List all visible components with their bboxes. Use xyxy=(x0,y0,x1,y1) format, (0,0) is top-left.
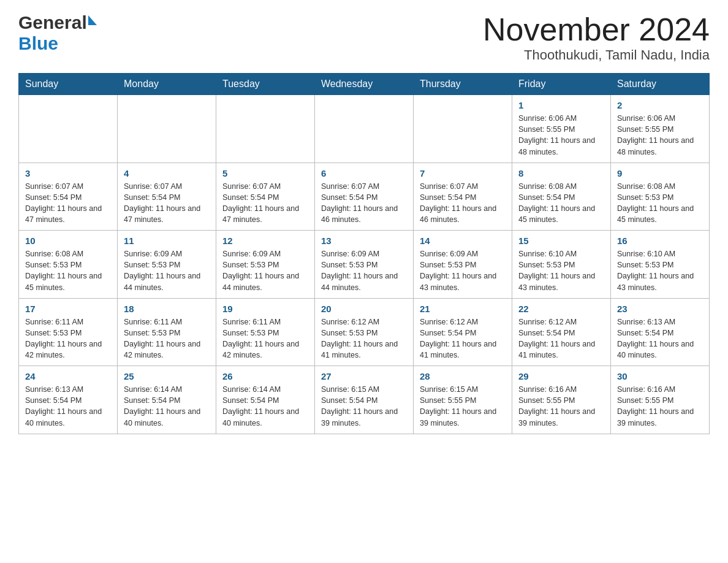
calendar-table: SundayMondayTuesdayWednesdayThursdayFrid… xyxy=(18,73,710,434)
cell-info: Sunrise: 6:13 AM Sunset: 5:54 PM Dayligh… xyxy=(25,384,111,429)
day-number: 3 xyxy=(25,168,111,178)
cell-info: Sunrise: 6:16 AM Sunset: 5:55 PM Dayligh… xyxy=(518,384,604,429)
cell-info: Sunrise: 6:11 AM Sunset: 5:53 PM Dayligh… xyxy=(124,316,210,361)
calendar-cell: 19Sunrise: 6:11 AM Sunset: 5:53 PM Dayli… xyxy=(216,298,315,366)
day-number: 5 xyxy=(222,168,308,178)
calendar-cell: 2Sunrise: 6:06 AM Sunset: 5:55 PM Daylig… xyxy=(611,95,710,163)
day-number: 25 xyxy=(124,371,210,381)
day-number: 27 xyxy=(321,371,407,381)
weekday-header-tuesday: Tuesday xyxy=(216,74,315,95)
logo-general-text: General xyxy=(18,12,87,33)
week-row-3: 10Sunrise: 6:08 AM Sunset: 5:53 PM Dayli… xyxy=(19,231,710,299)
day-number: 16 xyxy=(617,236,703,246)
cell-info: Sunrise: 6:12 AM Sunset: 5:53 PM Dayligh… xyxy=(321,316,407,361)
cell-info: Sunrise: 6:08 AM Sunset: 5:53 PM Dayligh… xyxy=(617,181,703,226)
calendar-cell: 20Sunrise: 6:12 AM Sunset: 5:53 PM Dayli… xyxy=(315,298,414,366)
calendar-cell xyxy=(315,95,414,163)
cell-info: Sunrise: 6:07 AM Sunset: 5:54 PM Dayligh… xyxy=(321,181,407,226)
title-area: November 2024 Thoothukudi, Tamil Nadu, I… xyxy=(483,12,710,63)
cell-info: Sunrise: 6:11 AM Sunset: 5:53 PM Dayligh… xyxy=(25,316,111,361)
calendar-cell xyxy=(216,95,315,163)
cell-info: Sunrise: 6:12 AM Sunset: 5:54 PM Dayligh… xyxy=(518,316,604,361)
day-number: 28 xyxy=(420,371,506,381)
calendar-cell: 6Sunrise: 6:07 AM Sunset: 5:54 PM Daylig… xyxy=(315,163,414,231)
cell-info: Sunrise: 6:09 AM Sunset: 5:53 PM Dayligh… xyxy=(222,248,308,293)
day-number: 24 xyxy=(25,371,111,381)
week-row-2: 3Sunrise: 6:07 AM Sunset: 5:54 PM Daylig… xyxy=(19,163,710,231)
calendar-cell: 22Sunrise: 6:12 AM Sunset: 5:54 PM Dayli… xyxy=(512,298,611,366)
calendar-cell xyxy=(118,95,216,163)
day-number: 20 xyxy=(321,304,407,314)
day-number: 14 xyxy=(420,236,506,246)
cell-info: Sunrise: 6:13 AM Sunset: 5:54 PM Dayligh… xyxy=(617,316,703,361)
header: General Blue November 2024 Thoothukudi, … xyxy=(18,12,710,63)
calendar-cell: 1Sunrise: 6:06 AM Sunset: 5:55 PM Daylig… xyxy=(512,95,611,163)
weekday-header-wednesday: Wednesday xyxy=(315,74,414,95)
cell-info: Sunrise: 6:15 AM Sunset: 5:55 PM Dayligh… xyxy=(420,384,506,429)
calendar-cell: 9Sunrise: 6:08 AM Sunset: 5:53 PM Daylig… xyxy=(611,163,710,231)
day-number: 21 xyxy=(420,304,506,314)
cell-info: Sunrise: 6:08 AM Sunset: 5:54 PM Dayligh… xyxy=(518,181,604,226)
cell-info: Sunrise: 6:15 AM Sunset: 5:54 PM Dayligh… xyxy=(321,384,407,429)
calendar-cell: 15Sunrise: 6:10 AM Sunset: 5:53 PM Dayli… xyxy=(512,231,611,299)
cell-info: Sunrise: 6:07 AM Sunset: 5:54 PM Dayligh… xyxy=(222,181,308,226)
calendar-cell: 8Sunrise: 6:08 AM Sunset: 5:54 PM Daylig… xyxy=(512,163,611,231)
calendar-cell: 17Sunrise: 6:11 AM Sunset: 5:53 PM Dayli… xyxy=(19,298,118,366)
day-number: 1 xyxy=(518,100,604,110)
day-number: 6 xyxy=(321,168,407,178)
day-number: 19 xyxy=(222,304,308,314)
week-row-5: 24Sunrise: 6:13 AM Sunset: 5:54 PM Dayli… xyxy=(19,366,710,434)
calendar-cell: 23Sunrise: 6:13 AM Sunset: 5:54 PM Dayli… xyxy=(611,298,710,366)
calendar-cell: 28Sunrise: 6:15 AM Sunset: 5:55 PM Dayli… xyxy=(414,366,512,434)
day-number: 4 xyxy=(124,168,210,178)
calendar-cell: 14Sunrise: 6:09 AM Sunset: 5:53 PM Dayli… xyxy=(414,231,512,299)
calendar-cell: 26Sunrise: 6:14 AM Sunset: 5:54 PM Dayli… xyxy=(216,366,315,434)
day-number: 2 xyxy=(617,100,703,110)
weekday-header-thursday: Thursday xyxy=(414,74,512,95)
cell-info: Sunrise: 6:10 AM Sunset: 5:53 PM Dayligh… xyxy=(617,248,703,293)
calendar-cell xyxy=(19,95,118,163)
calendar-cell: 29Sunrise: 6:16 AM Sunset: 5:55 PM Dayli… xyxy=(512,366,611,434)
cell-info: Sunrise: 6:16 AM Sunset: 5:55 PM Dayligh… xyxy=(617,384,703,429)
weekday-header-monday: Monday xyxy=(118,74,216,95)
week-row-1: 1Sunrise: 6:06 AM Sunset: 5:55 PM Daylig… xyxy=(19,95,710,163)
day-number: 7 xyxy=(420,168,506,178)
weekday-header-row: SundayMondayTuesdayWednesdayThursdayFrid… xyxy=(19,74,710,95)
calendar-cell: 7Sunrise: 6:07 AM Sunset: 5:54 PM Daylig… xyxy=(414,163,512,231)
weekday-header-friday: Friday xyxy=(512,74,611,95)
calendar-cell: 16Sunrise: 6:10 AM Sunset: 5:53 PM Dayli… xyxy=(611,231,710,299)
day-number: 11 xyxy=(124,236,210,246)
day-number: 9 xyxy=(617,168,703,178)
logo-arrow-icon xyxy=(88,15,97,25)
calendar-cell: 18Sunrise: 6:11 AM Sunset: 5:53 PM Dayli… xyxy=(118,298,216,366)
logo-area: General Blue xyxy=(18,12,97,54)
day-number: 13 xyxy=(321,236,407,246)
calendar-cell: 10Sunrise: 6:08 AM Sunset: 5:53 PM Dayli… xyxy=(19,231,118,299)
calendar-cell: 30Sunrise: 6:16 AM Sunset: 5:55 PM Dayli… xyxy=(611,366,710,434)
cell-info: Sunrise: 6:09 AM Sunset: 5:53 PM Dayligh… xyxy=(420,248,506,293)
day-number: 17 xyxy=(25,304,111,314)
calendar-cell: 3Sunrise: 6:07 AM Sunset: 5:54 PM Daylig… xyxy=(19,163,118,231)
cell-info: Sunrise: 6:06 AM Sunset: 5:55 PM Dayligh… xyxy=(518,113,604,158)
calendar-cell: 13Sunrise: 6:09 AM Sunset: 5:53 PM Dayli… xyxy=(315,231,414,299)
logo-blue-text: Blue xyxy=(18,33,58,53)
cell-info: Sunrise: 6:12 AM Sunset: 5:54 PM Dayligh… xyxy=(420,316,506,361)
day-number: 29 xyxy=(518,371,604,381)
month-title: November 2024 xyxy=(483,12,710,47)
weekday-header-saturday: Saturday xyxy=(611,74,710,95)
day-number: 23 xyxy=(617,304,703,314)
day-number: 18 xyxy=(124,304,210,314)
day-number: 8 xyxy=(518,168,604,178)
cell-info: Sunrise: 6:09 AM Sunset: 5:53 PM Dayligh… xyxy=(124,248,210,293)
location-title: Thoothukudi, Tamil Nadu, India xyxy=(483,47,710,63)
week-row-4: 17Sunrise: 6:11 AM Sunset: 5:53 PM Dayli… xyxy=(19,298,710,366)
calendar-cell: 21Sunrise: 6:12 AM Sunset: 5:54 PM Dayli… xyxy=(414,298,512,366)
cell-info: Sunrise: 6:11 AM Sunset: 5:53 PM Dayligh… xyxy=(222,316,308,361)
calendar-cell: 25Sunrise: 6:14 AM Sunset: 5:54 PM Dayli… xyxy=(118,366,216,434)
weekday-header-sunday: Sunday xyxy=(19,74,118,95)
calendar-cell: 12Sunrise: 6:09 AM Sunset: 5:53 PM Dayli… xyxy=(216,231,315,299)
day-number: 15 xyxy=(518,236,604,246)
cell-info: Sunrise: 6:06 AM Sunset: 5:55 PM Dayligh… xyxy=(617,113,703,158)
cell-info: Sunrise: 6:09 AM Sunset: 5:53 PM Dayligh… xyxy=(321,248,407,293)
cell-info: Sunrise: 6:10 AM Sunset: 5:53 PM Dayligh… xyxy=(518,248,604,293)
